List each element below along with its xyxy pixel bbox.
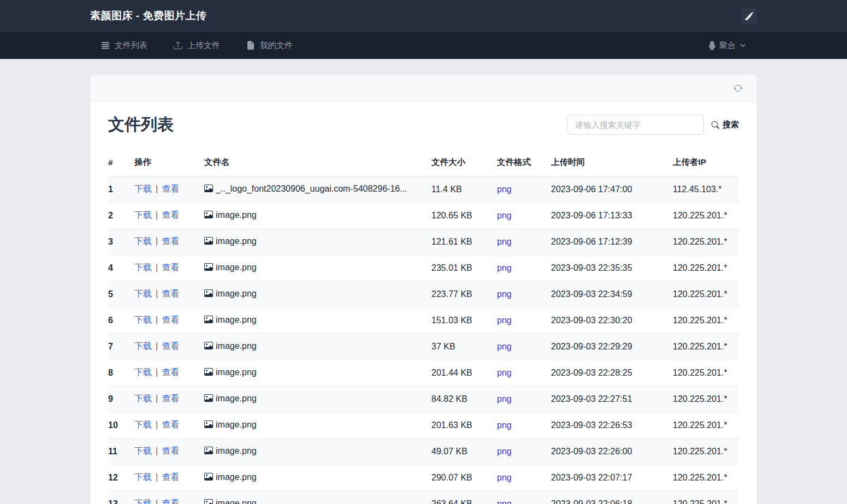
table-row: 8 下载|查看 image.png 201.44 KB png 2023-09-… [108, 360, 739, 386]
row-index: 8 [108, 360, 134, 386]
upload-time: 2023-09-03 22:28:25 [551, 360, 673, 386]
action-separator: | [156, 341, 158, 351]
format-link[interactable]: png [497, 316, 512, 325]
nav-item-label: 文件列表 [115, 40, 147, 51]
qq-avatar-icon [707, 40, 717, 50]
view-link[interactable]: 查看 [162, 263, 179, 272]
file-name: image.png [216, 236, 257, 246]
page-title: 文件列表 [108, 114, 174, 136]
uploader-ip: 120.225.201.* [673, 465, 739, 491]
download-link[interactable]: 下载 [134, 210, 152, 220]
table-row: 6 下载|查看 image.png 151.03 KB png 2023-09-… [108, 307, 739, 334]
action-separator: | [156, 184, 158, 193]
image-file-icon [204, 341, 213, 352]
file-name: image.png [216, 367, 257, 377]
chevron-down-icon [738, 41, 746, 50]
view-link[interactable]: 查看 [162, 289, 179, 298]
file-name-cell: image.png [204, 255, 431, 281]
upload-time: 2023-09-03 22:29:29 [551, 334, 673, 360]
download-link[interactable]: 下载 [134, 236, 152, 246]
file-size: 11.4 KB [431, 176, 497, 203]
download-link[interactable]: 下载 [134, 184, 152, 193]
view-link[interactable]: 查看 [162, 210, 179, 220]
nav-item-file-list[interactable]: 文件列表 [101, 40, 147, 51]
download-link[interactable]: 下载 [134, 446, 152, 455]
download-link[interactable]: 下载 [134, 394, 152, 403]
download-link[interactable]: 下载 [134, 367, 152, 377]
row-index: 13 [108, 491, 134, 504]
table-row: 3 下载|查看 image.png 121.61 KB png 2023-09-… [108, 229, 739, 255]
view-link[interactable]: 查看 [162, 367, 179, 377]
format-link[interactable]: png [497, 342, 512, 351]
search-input[interactable] [567, 115, 704, 135]
uploader-ip: 120.225.201.* [673, 307, 739, 334]
format-link[interactable]: png [497, 447, 512, 456]
download-link[interactable]: 下载 [134, 289, 152, 298]
column-header: 文件大小 [431, 149, 497, 176]
file-list-card: 文件列表 搜索 [90, 75, 757, 504]
download-link[interactable]: 下载 [134, 263, 152, 272]
table-row: 5 下载|查看 image.png 223.77 KB png 2023-09-… [108, 281, 739, 307]
view-link[interactable]: 查看 [162, 420, 179, 429]
action-separator: | [156, 446, 158, 455]
row-index: 4 [108, 255, 134, 281]
file-format-cell: png [497, 438, 551, 465]
action-separator: | [156, 499, 158, 504]
file-size: 290.07 KB [431, 465, 497, 491]
nav-item-my-files[interactable]: 我的文件 [246, 40, 293, 51]
column-header: 文件格式 [497, 149, 551, 176]
format-link[interactable]: png [497, 499, 512, 504]
row-index: 2 [108, 203, 134, 229]
format-link[interactable]: png [497, 185, 512, 194]
file-format-cell: png [497, 255, 551, 281]
file-size: 151.03 KB [431, 307, 497, 334]
download-link[interactable]: 下载 [134, 472, 152, 482]
table-row: 1 下载|查看 _.._logo_font20230906_uugai.com-… [108, 176, 739, 203]
user-menu[interactable]: 聚合 [707, 40, 746, 51]
download-link[interactable]: 下载 [134, 499, 152, 504]
format-link[interactable]: png [497, 473, 512, 482]
action-separator: | [156, 420, 158, 429]
download-link[interactable]: 下载 [134, 315, 152, 324]
row-index: 12 [108, 465, 134, 491]
nav-item-label: 我的文件 [260, 40, 293, 51]
upload-time: 2023-09-06 17:13:33 [551, 203, 673, 229]
image-file-icon [204, 236, 213, 247]
image-file-icon [204, 289, 213, 300]
view-link[interactable]: 查看 [162, 341, 179, 351]
view-link[interactable]: 查看 [162, 184, 179, 193]
refresh-button[interactable] [733, 84, 743, 93]
uploader-ip: 120.225.201.* [673, 281, 739, 307]
format-link[interactable]: png [497, 263, 512, 272]
table-row: 13 下载|查看 image.png 263.64 KB png 2023-09… [108, 491, 739, 504]
upload-time: 2023-09-03 22:07:17 [551, 465, 673, 491]
row-actions: 下载|查看 [134, 281, 204, 307]
view-link[interactable]: 查看 [162, 472, 179, 482]
format-link[interactable]: png [497, 237, 512, 246]
table-row: 4 下载|查看 image.png 235.01 KB png 2023-09-… [108, 255, 739, 281]
view-link[interactable]: 查看 [162, 315, 179, 324]
action-separator: | [156, 472, 158, 482]
search-button[interactable]: 搜索 [712, 120, 739, 130]
format-link[interactable]: png [497, 368, 512, 377]
file-table-body: 1 下载|查看 _.._logo_font20230906_uugai.com-… [108, 176, 739, 504]
row-actions: 下载|查看 [134, 229, 204, 255]
format-link[interactable]: png [497, 289, 512, 299]
user-menu-label: 聚合 [719, 40, 736, 51]
format-link[interactable]: png [497, 420, 512, 430]
file-size: 263.64 KB [431, 491, 497, 504]
view-link[interactable]: 查看 [162, 394, 179, 403]
theme-button[interactable] [741, 8, 757, 24]
file-format-cell: png [497, 386, 551, 412]
view-link[interactable]: 查看 [162, 236, 179, 246]
nav-item-label: 上传文件 [187, 40, 220, 51]
upload-time: 2023-09-03 22:30:20 [551, 307, 673, 334]
nav-item-upload[interactable]: 上传文件 [174, 40, 220, 51]
table-header-row: #操作文件名文件大小文件格式上传时间上传者IP [108, 149, 739, 176]
download-link[interactable]: 下载 [134, 420, 152, 429]
view-link[interactable]: 查看 [162, 499, 179, 504]
view-link[interactable]: 查看 [162, 446, 179, 455]
format-link[interactable]: png [497, 394, 512, 404]
format-link[interactable]: png [497, 211, 512, 220]
download-link[interactable]: 下载 [134, 341, 152, 351]
